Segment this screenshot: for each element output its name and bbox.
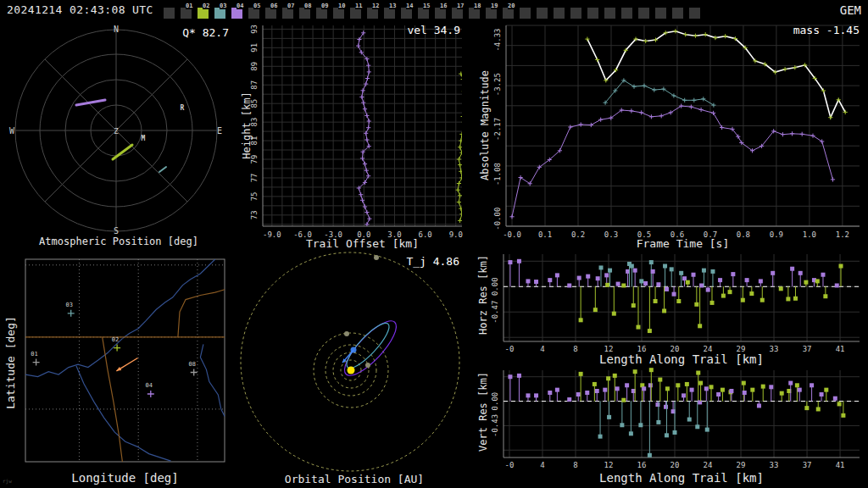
planet-dot: [365, 363, 370, 368]
camera-slot-06[interactable]: 06: [265, 3, 282, 19]
velocity-label: vel 34.9: [360, 24, 460, 36]
map-y-axis-label: Latitude [deg]: [4, 316, 17, 409]
vert-residuals-plot: -04812162024293337410.00-0.43: [471, 366, 868, 488]
svg-text:01: 01: [31, 351, 37, 358]
tisserand-label: T_j 4.86: [375, 255, 459, 268]
axes: [504, 254, 860, 341]
camera-slot[interactable]: [587, 3, 604, 19]
camera-state-box: [164, 8, 175, 19]
river-line: [200, 344, 225, 416]
trail-offset-plot: -9.0-6.0-3.00.03.06.09.07375777981838587…: [237, 20, 471, 251]
svg-text:04: 04: [146, 382, 153, 389]
meteoroid-orbit-purple: [337, 314, 403, 383]
map-station-02: 02: [112, 336, 120, 352]
map-station-01: 01: [31, 351, 39, 366]
camera-state-box: [604, 8, 615, 19]
svg-text:0.00: 0.00: [491, 277, 499, 296]
camera-slot-13[interactable]: 13: [384, 3, 401, 19]
camera-slot[interactable]: [638, 3, 655, 19]
camera-slot[interactable]: [655, 3, 672, 19]
camera-slot-15[interactable]: 15: [418, 3, 435, 19]
camera-slot[interactable]: [537, 3, 554, 19]
river-line: [76, 366, 171, 461]
atmospheric-polar-plot: NSWEZRM: [0, 20, 237, 251]
svg-text:R: R: [181, 104, 185, 112]
camera-slot-14[interactable]: 14: [401, 3, 418, 19]
camera-slot-11[interactable]: 11: [350, 3, 367, 19]
camera-slot-09[interactable]: 09: [316, 3, 333, 19]
camera-slot[interactable]: [621, 3, 638, 19]
grid: [504, 254, 860, 341]
camera-slot[interactable]: [164, 3, 181, 19]
camera-state-box: [587, 8, 598, 19]
camera-slot-label: 14: [406, 3, 413, 9]
magnitude-y-axis-label: Absolute Magnitude: [479, 70, 491, 180]
state-border-line: [178, 290, 225, 337]
svg-text:0.00: 0.00: [491, 392, 499, 411]
camera-slot[interactable]: [604, 3, 621, 19]
state-border-line: [103, 337, 123, 462]
svg-text:08: 08: [189, 361, 196, 368]
river-line: [122, 259, 214, 339]
sun-dot: [348, 367, 355, 374]
camera-slot-18[interactable]: 18: [469, 3, 486, 19]
svg-text:91: 91: [250, 43, 259, 53]
camera-slot-10[interactable]: 10: [333, 3, 350, 19]
camera-slot[interactable]: [672, 3, 689, 19]
camera-state-box: [689, 8, 700, 19]
camera-slot-label: 03: [220, 3, 226, 9]
camera-slot-02[interactable]: 02: [198, 3, 214, 19]
residual-stems: [508, 259, 843, 333]
grid: [506, 25, 860, 226]
camera-slot-label: 02: [203, 3, 209, 9]
camera-slot-label: 08: [304, 3, 311, 9]
camera-state-box: [570, 8, 581, 19]
camera-slot-05[interactable]: 05: [248, 3, 265, 19]
orbit-title: Orbital Position [AU]: [237, 473, 471, 485]
camera-slot[interactable]: [570, 3, 587, 19]
camera-slot-label: 12: [372, 3, 379, 9]
map-station-03: 03: [65, 302, 74, 317]
meteor-monitor-app: 20241214 02:43:08 UTC 010203040506070809…: [0, 0, 868, 488]
map-station-08: 08: [189, 361, 198, 376]
camera-slot-19[interactable]: 19: [486, 3, 503, 19]
svg-text:20: 20: [670, 461, 680, 469]
camera-slot-16[interactable]: 16: [435, 3, 452, 19]
camera-slot-17[interactable]: 17: [452, 3, 469, 19]
grid: [504, 370, 860, 458]
camera-slot-04[interactable]: 04: [231, 3, 248, 19]
camera-slot-08[interactable]: 08: [299, 3, 316, 19]
svg-text:4: 4: [540, 461, 544, 469]
camera-slot-label: 15: [423, 3, 430, 9]
svg-text:87: 87: [250, 80, 259, 90]
camera-slot-label: 07: [287, 3, 294, 9]
camera-slot[interactable]: [554, 3, 570, 19]
residual-stems: [508, 368, 845, 458]
ground-map-plot: 0102030408: [0, 251, 237, 488]
camera-slot-01[interactable]: 01: [181, 3, 198, 19]
camera-slot-12[interactable]: 12: [367, 3, 384, 19]
camera-slot[interactable]: [689, 3, 706, 19]
camera-slot-label: 10: [338, 3, 345, 9]
svg-text:41: 41: [836, 461, 845, 469]
camera-slot-20[interactable]: 20: [503, 3, 520, 19]
svg-text:89: 89: [250, 62, 259, 71]
svg-text:-1.08: -1.08: [493, 163, 502, 186]
horz-res-x-axis-label: Length Along Trail [km]: [504, 352, 860, 366]
magnitude-x-axis-label: Frame Time [s]: [506, 237, 860, 250]
camera-slot[interactable]: [520, 3, 537, 19]
mass-label: mass -1.45: [741, 24, 860, 36]
camera-slot-label: 06: [270, 3, 277, 9]
watermark: rjw: [3, 478, 12, 484]
svg-text:8: 8: [573, 461, 577, 469]
camera-slot-07[interactable]: 07: [282, 3, 299, 19]
svg-text:N: N: [114, 25, 119, 34]
vert-res-x-axis-label: Length Along Trail [km]: [504, 471, 860, 485]
camera-slot-label: 01: [186, 3, 192, 9]
camera-state-box: [655, 8, 666, 19]
camera-state-box: [621, 8, 632, 19]
svg-text:75: 75: [250, 191, 259, 201]
svg-text:-0: -0: [505, 461, 515, 469]
camera-slot-label: 17: [457, 3, 464, 9]
camera-slot-03[interactable]: 03: [214, 3, 231, 19]
